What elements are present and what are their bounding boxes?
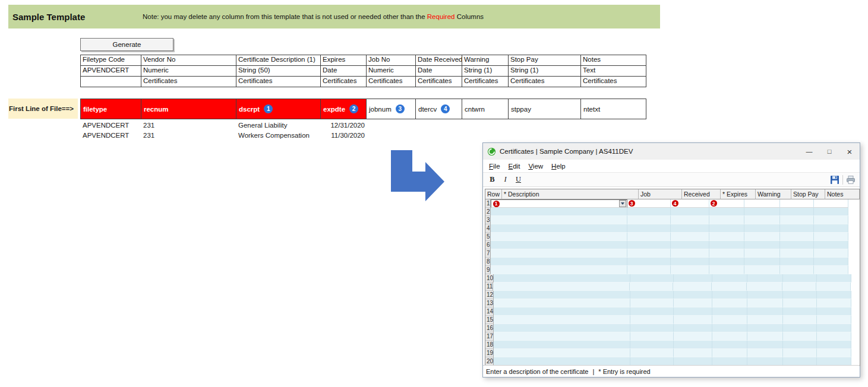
- italic-button[interactable]: I: [499, 174, 512, 185]
- template-cell[interactable]: Certificates: [367, 77, 416, 87]
- maximize-button[interactable]: □: [819, 143, 839, 160]
- grid-cell[interactable]: [494, 332, 630, 341]
- grid-cell[interactable]: [814, 199, 848, 208]
- grid-cell[interactable]: [780, 216, 814, 224]
- grid-cell[interactable]: [744, 258, 780, 266]
- grid-cell[interactable]: [817, 341, 851, 349]
- grid-cell[interactable]: [630, 283, 673, 291]
- grid-cell[interactable]: [817, 332, 851, 341]
- grid-cell[interactable]: [709, 233, 744, 241]
- field-cell-expdte[interactable]: expdte2: [321, 99, 367, 119]
- row-number-cell[interactable]: 14: [485, 307, 494, 316]
- grid-cell[interactable]: [494, 274, 630, 283]
- grid-cell[interactable]: [627, 216, 671, 224]
- grid-cell[interactable]: [783, 291, 817, 299]
- grid-cell[interactable]: [814, 208, 848, 216]
- menu-view[interactable]: View: [524, 163, 547, 170]
- grid-cell[interactable]: [747, 291, 783, 299]
- template-cell[interactable]: Filetype Code: [81, 55, 141, 66]
- grid-cell[interactable]: 4: [671, 199, 709, 208]
- grid-cell[interactable]: [630, 324, 674, 332]
- grid-cell[interactable]: [627, 249, 671, 258]
- menu-edit[interactable]: Edit: [504, 163, 525, 170]
- grid-cell[interactable]: [783, 274, 817, 283]
- grid-cell[interactable]: [671, 208, 709, 216]
- template-cell[interactable]: Numeric: [367, 66, 416, 77]
- grid-cell[interactable]: [709, 266, 744, 274]
- row-number-cell[interactable]: 1: [485, 199, 491, 208]
- row-number-cell[interactable]: 6: [485, 241, 491, 249]
- grid-cell[interactable]: [630, 299, 674, 307]
- sample-data-cell[interactable]: 231: [141, 122, 236, 129]
- field-cell-jobnum[interactable]: jobnum3: [367, 99, 416, 119]
- grid-cell[interactable]: [709, 208, 744, 216]
- template-cell[interactable]: Certificates: [236, 77, 321, 87]
- row-number-cell[interactable]: 10: [485, 274, 494, 283]
- field-cell-dscrpt[interactable]: dscrpt1: [236, 99, 321, 119]
- grid-cell[interactable]: [630, 274, 674, 283]
- template-cell[interactable]: String (1): [509, 66, 581, 77]
- template-cell[interactable]: Stop Pay: [509, 55, 581, 66]
- row-number-cell[interactable]: 11: [485, 283, 493, 291]
- grid-cell[interactable]: [817, 274, 851, 283]
- field-cell-dtercv[interactable]: dtercv4: [416, 99, 462, 119]
- grid-cell[interactable]: [712, 283, 747, 291]
- window-titlebar[interactable]: Certificates | Sample Company | AS411DEV…: [483, 143, 860, 160]
- grid-cell[interactable]: [493, 283, 630, 291]
- row-number-cell[interactable]: 20: [485, 357, 494, 366]
- template-cell[interactable]: Certificates: [141, 77, 236, 87]
- grid-cell[interactable]: [491, 208, 627, 216]
- grid-cell[interactable]: [744, 266, 780, 274]
- grid-cell[interactable]: [817, 299, 851, 307]
- grid-cell[interactable]: 3: [627, 199, 671, 208]
- grid-cell[interactable]: [712, 274, 747, 283]
- row-number-cell[interactable]: 19: [485, 349, 494, 357]
- grid-cell[interactable]: [814, 241, 848, 249]
- template-cell[interactable]: Job No: [367, 55, 416, 66]
- field-cell-stppay[interactable]: stppay: [509, 99, 581, 119]
- grid-cell[interactable]: [780, 199, 814, 208]
- grid-header-cell[interactable]: Warning: [756, 189, 791, 199]
- field-cell-cntwrn[interactable]: cntwrn: [462, 99, 509, 119]
- grid-cell[interactable]: [816, 283, 851, 291]
- template-cell[interactable]: Warning: [462, 55, 509, 66]
- grid-cell[interactable]: [491, 258, 627, 266]
- grid-cell[interactable]: [780, 224, 814, 233]
- grid-cell[interactable]: [712, 299, 747, 307]
- grid-cell[interactable]: [783, 316, 817, 324]
- grid-cell[interactable]: [783, 299, 817, 307]
- grid-cell[interactable]: [817, 357, 851, 366]
- grid-cell[interactable]: [747, 341, 783, 349]
- grid-cell[interactable]: [671, 224, 709, 233]
- row-number-cell[interactable]: 4: [485, 224, 491, 233]
- grid-cell[interactable]: [817, 316, 851, 324]
- row-number-cell[interactable]: 2: [485, 208, 491, 216]
- sample-data-cell[interactable]: 12/31/2020: [320, 122, 366, 129]
- field-cell-recnum[interactable]: recnum: [141, 99, 236, 119]
- template-cell[interactable]: Certificates: [462, 77, 509, 87]
- save-icon[interactable]: [830, 175, 839, 185]
- grid-cell[interactable]: [744, 216, 780, 224]
- grid-cell[interactable]: [709, 216, 744, 224]
- grid-cell[interactable]: [630, 332, 674, 341]
- row-number-cell[interactable]: 16: [485, 324, 494, 332]
- grid-cell[interactable]: [494, 316, 630, 324]
- grid-cell[interactable]: [674, 274, 712, 283]
- sample-data-cell[interactable]: General Liability: [236, 122, 320, 129]
- row-number-cell[interactable]: 17: [485, 332, 494, 341]
- grid-cell[interactable]: [627, 258, 671, 266]
- generate-button[interactable]: Generate: [80, 38, 173, 51]
- template-cell[interactable]: Text: [581, 66, 646, 77]
- grid-cell[interactable]: [744, 241, 780, 249]
- template-cell[interactable]: String (1): [462, 66, 509, 77]
- grid-cell[interactable]: [627, 224, 671, 233]
- row-number-cell[interactable]: 9: [485, 266, 491, 274]
- grid-cell[interactable]: [817, 324, 851, 332]
- grid-cell[interactable]: [814, 216, 848, 224]
- grid-cell[interactable]: [783, 332, 817, 341]
- grid-cell[interactable]: [674, 291, 712, 299]
- grid-cell[interactable]: [712, 357, 747, 366]
- template-cell[interactable]: String (50): [236, 66, 321, 77]
- grid-cell[interactable]: [671, 233, 709, 241]
- underline-button[interactable]: U: [512, 174, 525, 185]
